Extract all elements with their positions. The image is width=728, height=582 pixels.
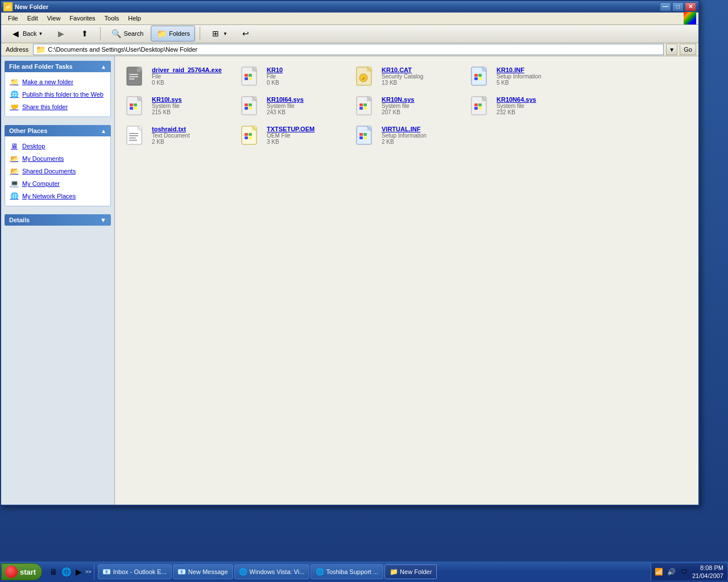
file-item[interactable]: VIRTUAL.INFSetup Information2 KB [350, 121, 464, 149]
shared-documents-icon: 📂 [10, 167, 19, 176]
file-item[interactable]: KR10N64.sysSystem file232 KB [465, 92, 579, 120]
make-new-folder-item[interactable]: 📁 Make a new folder [7, 76, 108, 88]
svg-rect-43 [363, 103, 367, 106]
file-item[interactable]: KR10I.sysSystem file215 KB [121, 92, 234, 120]
file-size: 232 KB [497, 109, 575, 115]
svg-rect-37 [245, 107, 248, 110]
menu-help[interactable]: Help [123, 14, 146, 23]
windows-logo [684, 12, 696, 24]
file-item[interactable]: KR10.INFSetup Information5 KB [465, 62, 579, 90]
file-tasks-header[interactable]: File and Folder Tasks ▲ [5, 61, 111, 72]
taskbar-item-vista[interactable]: 🌐 Windows Vista: Vi... [234, 564, 310, 579]
start-button[interactable]: start [1, 563, 42, 580]
minimize-button[interactable]: — [660, 2, 671, 11]
file-name: KR10N64.sys [497, 96, 575, 103]
file-icon [125, 124, 147, 147]
file-name: toshraid.txt [152, 126, 230, 132]
up-button[interactable]: ⬆ [74, 26, 96, 41]
svg-rect-57 [129, 135, 138, 136]
details-collapse-icon: ▼ [100, 217, 106, 223]
taskbar-item-toshiba[interactable]: 🌐 Toshiba Support ... [311, 564, 383, 579]
svg-rect-71 [363, 133, 367, 136]
details-section: Details ▼ [5, 214, 111, 226]
file-item[interactable]: KR10N.sysSystem file207 KB [350, 92, 464, 120]
view-dropdown-icon: ▼ [223, 31, 228, 36]
address-input[interactable]: 📁 C:\Documents and Settings\User\Desktop… [33, 44, 664, 55]
file-name: KR10I.sys [152, 96, 230, 103]
ie-icon[interactable]: 🌐 [60, 566, 72, 577]
desktop-link[interactable]: 🖥 Desktop [7, 140, 108, 152]
clock-time: 8:08 PM [692, 564, 723, 572]
system-clock[interactable]: 8:08 PM 21/04/2007 [692, 564, 723, 580]
file-icon [469, 94, 492, 117]
make-new-folder-label: Make a new folder [22, 78, 73, 85]
media-player-icon[interactable]: ▶ [73, 566, 84, 577]
taskbar-item-new-message[interactable]: 📧 New Message [173, 564, 233, 579]
tray-volume-icon[interactable]: 🔊 [667, 567, 676, 576]
address-dropdown-button[interactable]: ▼ [666, 44, 677, 55]
file-item[interactable]: ✓ KR10.CATSecurity Catalog13 KB [350, 62, 464, 90]
menu-tools[interactable]: Tools [100, 14, 124, 23]
svg-rect-59 [129, 140, 137, 141]
file-type: Setup Information [382, 132, 460, 139]
taskbar-item-inbox[interactable]: 📧 Inbox - Outlook E... [98, 564, 172, 579]
back-button[interactable]: ◀ Back ▼ [5, 26, 48, 41]
svg-rect-36 [249, 103, 252, 106]
my-computer-icon: 💻 [10, 179, 19, 188]
menu-bar: File Edit View Favorites Tools Help [1, 13, 698, 25]
file-tasks-title: File and Folder Tasks [9, 63, 73, 70]
address-go-button[interactable]: Go [680, 44, 696, 55]
taskbar-inbox-icon: 📧 [103, 568, 111, 576]
taskbar-vista-icon: 🌐 [239, 568, 247, 576]
file-info: KR10N.sysSystem file207 KB [382, 96, 460, 115]
menu-favorites[interactable]: Favorites [65, 14, 100, 23]
main-layout: File and Folder Tasks ▲ 📁 Make a new fol… [1, 56, 698, 505]
taskbar-item-new-folder[interactable]: 📁 New Folder [384, 564, 437, 579]
publish-folder-item[interactable]: 🌐 Publish this folder to the Web [7, 88, 108, 101]
file-item[interactable]: KR10File0 KB [235, 62, 349, 90]
publish-icon: 🌐 [10, 90, 19, 99]
svg-rect-70 [359, 133, 363, 136]
taskbar-items: 📧 Inbox - Outlook E... 📧 New Message 🌐 W… [98, 564, 650, 579]
my-network-places-link[interactable]: 🌐 My Network Places [7, 190, 108, 202]
history-button[interactable]: ↩ [235, 26, 257, 41]
view-button[interactable]: ⊞ ▼ [205, 26, 233, 41]
my-documents-link[interactable]: 📂 My Documents [7, 152, 108, 165]
taskbar-toshiba-icon: 🌐 [316, 568, 324, 576]
details-title: Details [9, 217, 30, 223]
quicklaunch-more[interactable]: >> [85, 569, 92, 575]
svg-rect-4 [129, 76, 138, 77]
title-buttons: — □ ✕ [660, 2, 696, 11]
maximize-button[interactable]: □ [672, 2, 684, 11]
svg-rect-11 [245, 77, 248, 80]
file-icon [354, 124, 377, 147]
menu-edit[interactable]: Edit [23, 14, 43, 23]
details-header[interactable]: Details ▼ [5, 214, 111, 226]
taskbar-newmsg-label: New Message [188, 568, 228, 575]
file-item[interactable]: driver_raid_25764A.exeFile0 KB [121, 62, 234, 90]
file-info: KR10.INFSetup Information5 KB [497, 66, 575, 86]
forward-button[interactable]: ▶ [50, 26, 72, 41]
svg-rect-65 [245, 136, 248, 139]
file-item[interactable]: toshraid.txtText Document2 KB [121, 121, 234, 149]
file-icon [239, 65, 262, 88]
my-computer-link[interactable]: 💻 My Computer [7, 177, 108, 190]
folders-button[interactable]: 📁 Folders [151, 26, 195, 41]
menu-view[interactable]: View [43, 14, 65, 23]
close-button[interactable]: ✕ [685, 2, 696, 11]
file-item[interactable]: TXTSETUP.OEMOEM File3 KB [235, 121, 349, 149]
share-folder-item[interactable]: 🤝 Share this folder [7, 101, 108, 113]
my-documents-icon: 📂 [10, 154, 19, 163]
menu-file[interactable]: File [3, 14, 23, 23]
svg-rect-45 [363, 107, 367, 110]
other-places-header[interactable]: Other Places ▲ [5, 125, 111, 136]
tray-safety-icon[interactable]: 🛡 [680, 567, 689, 576]
shared-documents-link[interactable]: 📂 Shared Documents [7, 165, 108, 177]
show-desktop-icon[interactable]: 🖥 [48, 566, 59, 577]
taskbar-newfolder-icon: 📁 [390, 568, 398, 576]
start-orb [5, 566, 18, 578]
svg-rect-52 [478, 107, 482, 110]
file-item[interactable]: KR10I64.sysSystem file243 KB [235, 92, 349, 120]
search-button[interactable]: 🔍 Search [105, 26, 148, 41]
tray-network-icon[interactable]: 📶 [655, 567, 664, 576]
